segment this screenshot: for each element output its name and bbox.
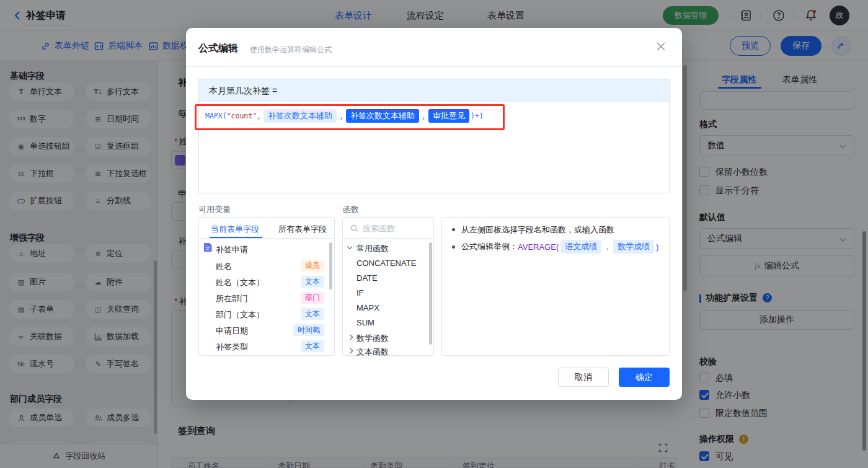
function-item[interactable]: CONCATENATE bbox=[356, 258, 416, 268]
modal-title: 公式编辑 bbox=[198, 42, 238, 55]
example-func: AVERAGE( bbox=[518, 242, 559, 252]
tree-field[interactable]: 所在部门 bbox=[216, 293, 248, 304]
tree-field[interactable]: 姓名（文本） bbox=[216, 277, 264, 288]
function-group[interactable]: 数学函数 bbox=[356, 333, 389, 344]
tree-root[interactable]: 补签申请 bbox=[216, 244, 248, 255]
variables-scrollbar[interactable] bbox=[329, 242, 332, 289]
var-tabs-divider bbox=[199, 238, 334, 239]
search-input[interactable]: 搜索函数 bbox=[363, 223, 395, 234]
close-icon[interactable] bbox=[656, 42, 666, 51]
form-doc-icon bbox=[204, 243, 212, 252]
example-chip: 数学成绩 bbox=[613, 240, 654, 254]
function-item[interactable]: DATE bbox=[356, 273, 378, 283]
variables-label: 可用变量 bbox=[198, 204, 231, 215]
function-group[interactable]: 常用函数 bbox=[356, 243, 389, 254]
tree-field[interactable]: 补签类型 bbox=[216, 342, 248, 353]
search-icon bbox=[350, 224, 358, 232]
confirm-button[interactable]: 确定 bbox=[619, 368, 670, 387]
tip-example: 公式编辑举例： AVERAGE( 语文成绩 ， 数学成绩 ) bbox=[461, 240, 659, 254]
functions-label: 函数 bbox=[343, 204, 359, 215]
field-type-tag: 文本 bbox=[301, 308, 324, 320]
formula-target-bar: 本月第几次补签 = bbox=[199, 79, 669, 102]
function-item[interactable]: IF bbox=[356, 288, 364, 298]
tree-field[interactable]: 姓名 bbox=[216, 261, 232, 272]
formula-editor-modal: 公式编辑 使用数学运算符编辑公式 本月第几次补签 = MAPX("count",… bbox=[186, 28, 682, 400]
field-type-tag: 文本 bbox=[301, 276, 324, 288]
modal-header-divider bbox=[186, 66, 682, 67]
search-divider bbox=[343, 238, 433, 239]
cancel-button[interactable]: 取消 bbox=[558, 368, 609, 387]
function-item[interactable]: MAPX bbox=[356, 303, 379, 312]
modal-subtitle: 使用数学运算符编辑公式 bbox=[250, 45, 332, 55]
field-type-tag: 成员 bbox=[301, 260, 324, 272]
tip-bullet bbox=[452, 228, 455, 231]
functions-panel: 搜索函数 常用函数 CONCATENATE DATE IF MAPX SUM 数… bbox=[342, 217, 434, 356]
functions-scrollbar[interactable] bbox=[429, 242, 432, 345]
function-group[interactable]: 文本函数 bbox=[356, 347, 389, 358]
app-window: 补签申请 表单设计 流程设定 表单设置 数据管理 政 表单外链 后端脚本 数据权… bbox=[0, 0, 868, 468]
example-chip: 语文成绩 bbox=[560, 240, 601, 254]
field-type-tag: 文本 bbox=[301, 340, 324, 352]
formula-target-label: 本月第几次补签 = bbox=[209, 86, 277, 97]
formula-box: 本月第几次补签 = MAPX("count", 补签次数文本辅助 , 补签次数文… bbox=[198, 79, 670, 193]
annotation-red-box bbox=[195, 104, 505, 130]
tip-bullet bbox=[452, 245, 455, 249]
function-item[interactable]: SUM bbox=[356, 318, 374, 327]
tab-all-form-fields[interactable]: 所有表单字段 bbox=[278, 224, 327, 235]
field-type-tag: 时间戳 bbox=[293, 324, 324, 336]
tree-field[interactable]: 部门（文本） bbox=[216, 309, 264, 320]
tab-current-form-fields[interactable]: 当前表单字段 bbox=[211, 224, 259, 235]
tip-text: 从左侧面板选择字段名和函数，或输入函数 bbox=[461, 224, 614, 236]
chevron-collapsed-icon[interactable] bbox=[348, 348, 353, 353]
chevron-expanded-icon[interactable] bbox=[347, 244, 352, 249]
tree-field[interactable]: 申请日期 bbox=[216, 325, 248, 337]
variables-panel: 当前表单字段 所有表单字段 补签申请 姓名 成员 姓名（文本） 文本 所在部门 … bbox=[198, 217, 335, 356]
field-type-tag: 部门 bbox=[301, 292, 324, 304]
chevron-collapsed-icon[interactable] bbox=[348, 335, 353, 340]
tips-panel: 从左侧面板选择字段名和函数，或输入函数 公式编辑举例： AVERAGE( 语文成… bbox=[441, 217, 670, 356]
